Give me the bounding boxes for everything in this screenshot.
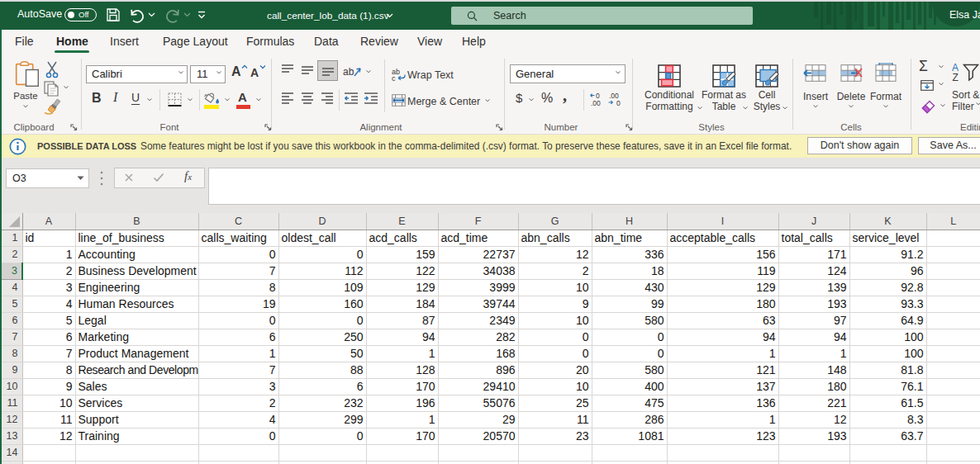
svg-text:0: 0 [616,99,621,107]
svg-text:.00: .00 [591,99,601,107]
svg-text:c: c [392,74,396,82]
svg-text:Z: Z [953,72,959,82]
svg-text:ab: ab [343,66,354,78]
